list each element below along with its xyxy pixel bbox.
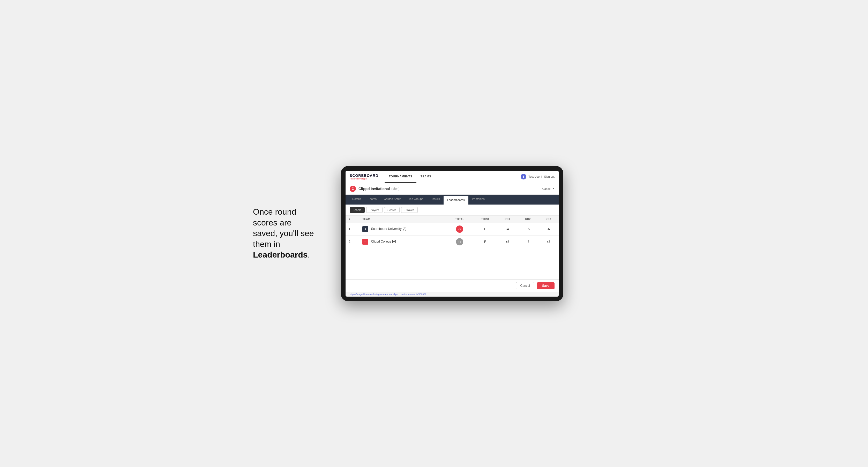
tab-leaderboards[interactable]: Leaderboards	[443, 196, 468, 205]
nav-link-tournaments[interactable]: TOURNAMENTS	[384, 171, 416, 183]
user-name: Test User |	[528, 175, 542, 178]
filter-bar: Teams Players Scores Strokes	[345, 205, 559, 216]
row1-team: S Scoreboard University [A]	[359, 223, 446, 235]
tab-printables[interactable]: Printables	[468, 195, 488, 205]
table-header-row: # TEAM TOTAL THRU RD1 RD2 RD3	[345, 216, 559, 223]
col-team: TEAM	[359, 216, 446, 223]
row2-total: +3	[446, 235, 473, 248]
col-rank: #	[345, 216, 359, 223]
row2-rd2: -8	[518, 235, 538, 248]
leaderboard-table-container: # TEAM TOTAL THRU RD1 RD2 RD3 1	[345, 216, 559, 248]
url-text: https://stage-blue-coach.stagescoreboard…	[350, 293, 426, 295]
tab-results[interactable]: Results	[427, 195, 443, 205]
footer: Cancel Save	[345, 279, 559, 292]
user-avatar: S	[521, 174, 526, 180]
logo-text: SCOREBOARD	[350, 174, 378, 178]
nav-right: S Test User | Sign out	[521, 174, 555, 180]
row1-team-name: Scoreboard University [A]	[371, 227, 406, 231]
row1-score-badge: -5	[456, 225, 463, 233]
save-button[interactable]: Save	[537, 282, 555, 289]
filter-scores[interactable]: Scores	[384, 207, 400, 213]
row1-total: -5	[446, 223, 473, 235]
logo-area: SCOREBOARD Powered by clippd	[350, 174, 378, 180]
tablet-screen: SCOREBOARD Powered by clippd TOURNAMENTS…	[345, 171, 559, 297]
close-icon: ✕	[552, 187, 555, 190]
row2-rd1: +8	[497, 235, 518, 248]
col-total: TOTAL	[446, 216, 473, 223]
row2-rd3: +3	[538, 235, 559, 248]
tab-tee-groups[interactable]: Tee Groups	[405, 195, 427, 205]
row2-team-logo: C	[362, 239, 368, 245]
cancel-button[interactable]: Cancel	[516, 282, 534, 289]
col-thru: THRU	[473, 216, 497, 223]
nav-link-teams[interactable]: TEAMS	[416, 171, 435, 183]
row2-team-name: Clippd College [A]	[371, 240, 396, 243]
filter-teams[interactable]: Teams	[350, 207, 365, 213]
tournament-icon: C	[350, 186, 356, 192]
col-rd3: RD3	[538, 216, 559, 223]
nav-links: TOURNAMENTS TEAMS	[384, 171, 435, 183]
tab-teams[interactable]: Teams	[365, 195, 380, 205]
tournament-header: C Clippd Invitational (Men) Cancel ✕	[345, 183, 559, 195]
col-rd2: RD2	[518, 216, 538, 223]
table-row: 1 S Scoreboard University [A] -5 F -4 +5	[345, 223, 559, 235]
col-rd1: RD1	[497, 216, 518, 223]
row1-rd3: -6	[538, 223, 559, 235]
url-bar: https://stage-blue-coach.stagescoreboard…	[345, 292, 559, 297]
left-description: Once round scores are saved, you'll see …	[253, 207, 326, 260]
leaderboard-table: # TEAM TOTAL THRU RD1 RD2 RD3 1	[345, 216, 559, 248]
content-spacer	[345, 248, 559, 279]
description-text: Once round scores are saved, you'll see …	[253, 207, 314, 259]
row1-rank: 1	[345, 223, 359, 235]
row1-rd1: -4	[497, 223, 518, 235]
row1-thru: F	[473, 223, 497, 235]
tournament-gender: (Men)	[391, 187, 399, 191]
filter-players[interactable]: Players	[366, 207, 382, 213]
tournament-name: Clippd Invitational	[359, 187, 390, 191]
row2-thru: F	[473, 235, 497, 248]
table-row: 2 C Clippd College [A] +3 F +8 -8 +3	[345, 235, 559, 248]
sign-out-link[interactable]: Sign out	[544, 175, 555, 178]
logo-sub: Powered by clippd	[350, 178, 378, 180]
top-nav: SCOREBOARD Powered by clippd TOURNAMENTS…	[345, 171, 559, 183]
row1-rd2: +5	[518, 223, 538, 235]
row2-team: C Clippd College [A]	[359, 235, 446, 248]
tournament-cancel-button[interactable]: Cancel ✕	[542, 187, 555, 190]
row2-score-badge: +3	[456, 238, 463, 245]
row1-team-logo: S	[362, 226, 368, 232]
tab-course-setup[interactable]: Course Setup	[380, 195, 405, 205]
row2-rank: 2	[345, 235, 359, 248]
filter-strokes[interactable]: Strokes	[401, 207, 417, 213]
tablet-frame: SCOREBOARD Powered by clippd TOURNAMENTS…	[341, 166, 563, 301]
tab-bar: Details Teams Course Setup Tee Groups Re…	[345, 195, 559, 205]
tab-details[interactable]: Details	[349, 195, 365, 205]
